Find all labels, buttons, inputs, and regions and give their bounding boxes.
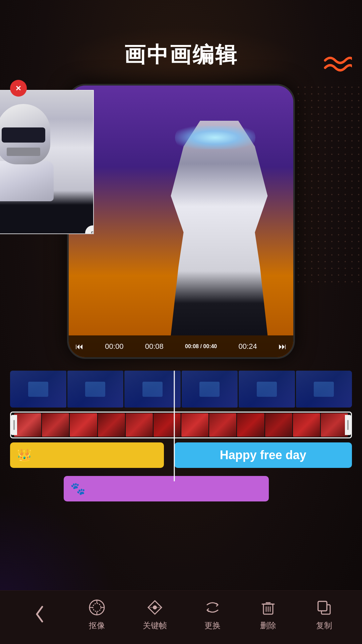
- filmstrip-cell: [67, 371, 124, 408]
- text-track-yellow[interactable]: 👑: [10, 442, 164, 468]
- text-track-blue[interactable]: Happy free day: [174, 442, 352, 468]
- keyframe-label: 关键帧: [143, 620, 167, 631]
- purple-track[interactable]: 🐾: [64, 476, 269, 501]
- stormtrooper-figure: [0, 104, 57, 191]
- happy-free-day-label: Happy free day: [220, 448, 306, 462]
- svg-rect-6: [318, 601, 327, 611]
- filmstrip-cell: [124, 371, 181, 408]
- pip-close-button[interactable]: ×: [10, 80, 27, 97]
- time-mark1: 00:08: [145, 342, 164, 351]
- filmstrip-pip-inner: [11, 413, 351, 437]
- time-end: 00:24: [239, 342, 257, 351]
- pip-overlay-frame[interactable]: ⏫⏫ ⊡: [0, 90, 94, 234]
- filmstrip-main[interactable]: [10, 371, 352, 408]
- capture-icon: [87, 597, 107, 618]
- svg-point-1: [93, 603, 101, 611]
- filmstrip-cell: [182, 371, 238, 408]
- page-title: 画中画编辑: [0, 40, 362, 69]
- replace-icon: [202, 597, 223, 618]
- timeline-wrapper: 👑 Happy free day 🐾: [10, 371, 352, 501]
- time-current: 00:08 / 00:40: [185, 343, 217, 350]
- copy-label: 复制: [316, 620, 332, 631]
- phone-video: ⏮ 00:00 00:08 00:08 / 00:40 00:24 ⏭: [69, 86, 293, 357]
- toolbar-item-replace[interactable]: 更换: [202, 597, 223, 631]
- delete-label: 删除: [260, 620, 276, 631]
- keyframe-icon: [145, 597, 165, 618]
- purple-track-row: 🐾: [10, 476, 352, 501]
- crown-icon: 👑: [17, 448, 32, 462]
- filmstrip-pip-track[interactable]: [10, 412, 352, 438]
- filmstrip-cell: [10, 371, 66, 408]
- toolbar-item-delete[interactable]: 删除: [258, 597, 278, 631]
- timeline-next-btn[interactable]: ⏭: [279, 342, 287, 351]
- phone-timeline-bar: ⏮ 00:00 00:08 00:08 / 00:40 00:24 ⏭: [69, 335, 293, 357]
- text-tracks-row: 👑 Happy free day: [10, 442, 352, 472]
- purple-track-icon: 🐾: [70, 482, 85, 496]
- filmstrip-cell: [239, 371, 295, 408]
- delete-icon: [258, 597, 278, 618]
- vr-headset: [175, 126, 255, 149]
- time-start: 00:00: [105, 342, 123, 351]
- filmstrip-cell: [296, 371, 352, 408]
- playhead: [174, 371, 175, 481]
- phone-frame: ⏮ 00:00 00:08 00:08 / 00:40 00:24 ⏭: [67, 84, 295, 359]
- back-button[interactable]: [28, 602, 51, 626]
- dots-decoration: [295, 84, 362, 285]
- bottom-toolbar: 抠像 关键帧 更换: [0, 590, 362, 644]
- copy-icon: [314, 597, 334, 618]
- timeline-area: 👑 Happy free day 🐾: [0, 371, 362, 501]
- replace-label: 更换: [204, 620, 221, 631]
- capture-label: 抠像: [89, 620, 105, 631]
- toolbar-item-keyframe[interactable]: 关键帧: [143, 597, 167, 631]
- timeline-prev-btn[interactable]: ⏮: [75, 342, 83, 351]
- person-silhouette: [156, 121, 283, 335]
- purple-spacer: [10, 476, 37, 501]
- toolbar-item-capture[interactable]: 抠像: [87, 597, 107, 631]
- toolbar-item-copy[interactable]: 复制: [314, 597, 334, 631]
